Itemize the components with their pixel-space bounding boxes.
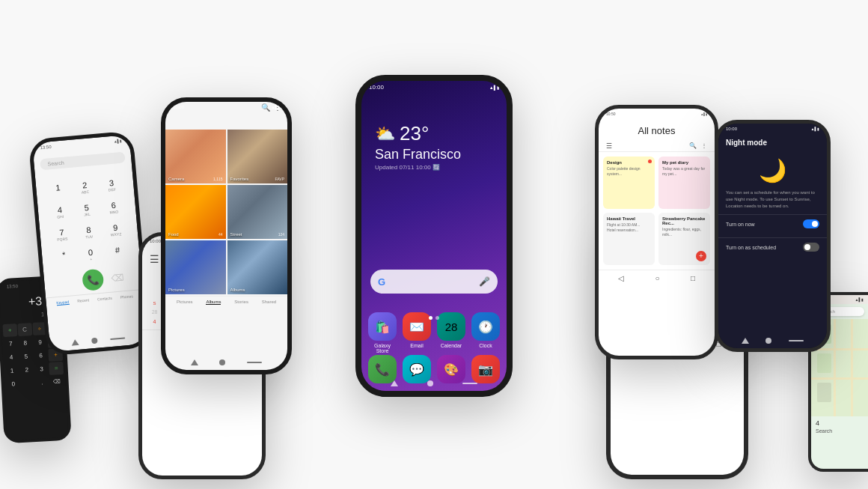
nav-home[interactable] bbox=[765, 338, 771, 344]
tab-pictures[interactable]: Pictures bbox=[177, 300, 193, 305]
key-5[interactable]: 5JKL bbox=[73, 198, 100, 222]
toggle-scheduled[interactable] bbox=[803, 243, 819, 252]
map-number-display: 4 Search bbox=[811, 416, 868, 437]
calc-key[interactable]: C bbox=[17, 323, 32, 336]
calc-key[interactable]: 3 bbox=[34, 362, 49, 376]
note-content: Color palette design system... bbox=[607, 166, 651, 177]
calc-key[interactable]: 1 bbox=[4, 364, 19, 377]
key-7[interactable]: 7PQRS bbox=[49, 223, 76, 246]
cal-day[interactable]: 28 bbox=[147, 307, 162, 317]
gallery-cell-albums[interactable]: Albums bbox=[227, 240, 288, 294]
app-clock-label: Clock bbox=[479, 343, 492, 348]
page-dots bbox=[361, 316, 507, 320]
key-2[interactable]: 2ABC bbox=[71, 176, 98, 199]
weather-temperature: 23° bbox=[400, 122, 429, 145]
calc-key[interactable]: . bbox=[35, 376, 50, 389]
notes-menu-icon[interactable]: ☰ bbox=[606, 142, 612, 150]
night-option-now-label: Turn on now bbox=[726, 222, 755, 227]
google-logo: G bbox=[378, 276, 385, 288]
dialer-status-bar: 13:50 ▲▌▮ bbox=[32, 135, 130, 152]
nav-recents[interactable] bbox=[247, 362, 262, 363]
tab-recent[interactable]: Recent bbox=[77, 297, 89, 303]
main-search-bar[interactable]: G 🎤 bbox=[370, 270, 498, 294]
calc-key[interactable]: ⌫ bbox=[49, 375, 64, 389]
nav-recents[interactable] bbox=[789, 340, 804, 341]
tab-stories[interactable]: Stories bbox=[234, 300, 248, 305]
gallery-time: 10:00 bbox=[173, 105, 184, 109]
moon-icon: 🌙 bbox=[718, 151, 827, 189]
key-1[interactable]: 1 bbox=[44, 178, 71, 201]
dot-2[interactable] bbox=[435, 316, 439, 320]
calc-key-zero[interactable]: 0 bbox=[5, 377, 34, 391]
key-8[interactable]: 8TUV bbox=[76, 221, 103, 244]
gallery-cell-food[interactable]: Food 44 bbox=[165, 185, 226, 239]
notes-more-icon[interactable]: ⋮ bbox=[701, 142, 707, 150]
note-title: Hawaii Travel bbox=[607, 216, 651, 221]
cal-header-sun: S bbox=[147, 300, 162, 307]
tab-phones[interactable]: Phones bbox=[120, 294, 134, 300]
gallery-cell-street[interactable]: Street 124 bbox=[227, 185, 288, 239]
dialer-search[interactable]: Search bbox=[40, 151, 126, 170]
nav-home[interactable] bbox=[91, 338, 98, 344]
main-nav-bar bbox=[361, 376, 507, 391]
key-star[interactable]: * bbox=[50, 246, 77, 269]
toggle-now[interactable] bbox=[803, 219, 819, 228]
night-time: 10:00 bbox=[726, 127, 737, 131]
note-add-button[interactable]: + bbox=[696, 251, 706, 261]
main-time: 10:00 bbox=[369, 84, 384, 91]
dot-1[interactable] bbox=[429, 316, 433, 320]
nav-back[interactable] bbox=[391, 380, 398, 386]
calc-key[interactable]: 7 bbox=[3, 337, 18, 350]
note-design[interactable]: Design Color palette design system... bbox=[603, 157, 655, 209]
calc-key[interactable]: 4 bbox=[4, 350, 19, 364]
notes-nav-recents[interactable]: □ bbox=[691, 274, 695, 282]
night-option-scheduled[interactable]: Turn on as scheduled bbox=[718, 237, 827, 256]
night-nav-bar bbox=[718, 333, 827, 348]
night-option-now[interactable]: Turn on now bbox=[718, 214, 827, 233]
night-option-scheduled-label: Turn on as scheduled bbox=[726, 245, 776, 250]
calendar-menu-icon[interactable]: ☰ bbox=[150, 253, 159, 265]
key-3[interactable]: 3DEF bbox=[98, 174, 125, 197]
weather-icon: ⛅ bbox=[375, 124, 395, 144]
key-4[interactable]: 4GHI bbox=[46, 201, 73, 224]
calc-key[interactable]: + bbox=[2, 324, 17, 337]
notes-nav-home[interactable]: ○ bbox=[655, 274, 659, 282]
tab-keypad[interactable]: Keypad bbox=[56, 300, 70, 306]
calc-key[interactable]: 8 bbox=[18, 336, 33, 350]
mic-icon[interactable]: 🎤 bbox=[479, 276, 490, 287]
gallery-cell-camera[interactable]: Camera 1,115 bbox=[165, 130, 226, 183]
calc-key[interactable]: 5 bbox=[19, 350, 34, 363]
calc-time: 13:50 bbox=[7, 284, 18, 289]
note-pet-diary[interactable]: My pet diary Today was a great day for m… bbox=[658, 157, 710, 209]
nav-recents[interactable] bbox=[462, 383, 477, 384]
nav-recents[interactable] bbox=[110, 337, 125, 340]
note-title: My pet diary bbox=[662, 160, 706, 165]
night-mode-description: You can set a schedule for when you want… bbox=[718, 189, 827, 210]
cal-day-4[interactable]: 4 bbox=[147, 317, 162, 326]
note-pancake[interactable]: Strawberry Pancake Rec... Ingredients: f… bbox=[658, 213, 710, 265]
nav-home[interactable] bbox=[427, 380, 433, 386]
nav-back[interactable] bbox=[191, 359, 198, 365]
dialer-keypad: 1 2ABC 3DEF 4GHI 5JKL 6MNO 7PQRS 8TUV 9W… bbox=[35, 171, 140, 271]
gallery-cell-pictures[interactable]: Pictures bbox=[165, 240, 226, 294]
key-hash[interactable]: # bbox=[104, 240, 131, 264]
key-9[interactable]: 9WXYZ bbox=[102, 218, 129, 241]
notes-search-icon[interactable]: 🔍 bbox=[689, 142, 697, 150]
call-button[interactable]: 📞 bbox=[82, 269, 104, 291]
calc-key[interactable]: 2 bbox=[19, 363, 34, 377]
tab-albums[interactable]: Albums bbox=[206, 300, 221, 305]
nav-back[interactable] bbox=[742, 338, 749, 344]
nav-back[interactable] bbox=[71, 339, 79, 346]
key-0[interactable]: 0+ bbox=[77, 243, 104, 267]
note-hawaii[interactable]: Hawaii Travel Flight at 10:30 AM...Hotel… bbox=[603, 213, 655, 265]
gallery-cell-favorites[interactable]: Favorites FAVP bbox=[227, 130, 288, 183]
calc-key[interactable]: = bbox=[49, 362, 64, 375]
phone-night-mode: 10:00 ▲▌▮ Night mode 🌙 You can set a sch… bbox=[715, 120, 831, 352]
nav-home[interactable] bbox=[219, 359, 225, 365]
calc-key[interactable]: 6 bbox=[34, 349, 49, 362]
main-weather-widget: ⛅ 23° San Francisco Updated 07/11 10:00 … bbox=[375, 122, 461, 171]
tab-contacts[interactable]: Contacts bbox=[97, 296, 112, 303]
key-6[interactable]: 6MNO bbox=[100, 196, 127, 219]
notes-nav-back[interactable]: ◁ bbox=[618, 274, 624, 282]
tab-shared[interactable]: Shared bbox=[262, 300, 276, 305]
